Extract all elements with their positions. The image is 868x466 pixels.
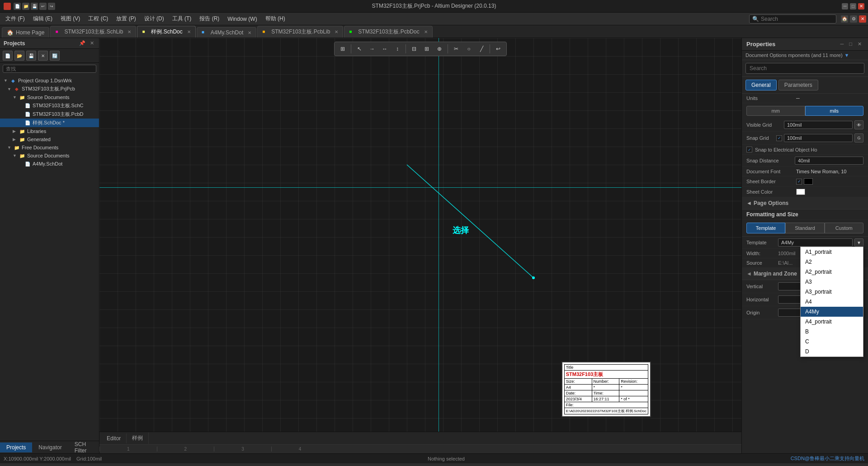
snap-grid-checkbox[interactable]: ✓ (776, 135, 782, 141)
menu-window[interactable]: Window (W) (224, 14, 260, 24)
resize-v-tool[interactable]: ↕ (392, 43, 403, 54)
tree-schematics-c[interactable]: ▶ 📄 STM32F103主板.SchC (0, 101, 99, 110)
close-pcbdoc-tab[interactable]: ✕ (424, 29, 428, 34)
filter-icon[interactable]: ▼ (844, 52, 849, 58)
dd-c[interactable]: C (801, 337, 863, 347)
tab-general[interactable]: General (745, 80, 777, 90)
tree-free-source-docs[interactable]: ▼ 📁 Source Documents (0, 152, 99, 160)
tree-free-docs[interactable]: ▼ 📁 Free Documents (0, 143, 99, 152)
lb-tab-sch-filter[interactable]: SCH Filter (68, 439, 99, 456)
menu-project[interactable]: 工程 (C) (85, 14, 112, 24)
open-project-btn[interactable]: 📂 (14, 51, 24, 61)
rp-expand-btn[interactable]: □ (847, 41, 854, 48)
close-menu-btn[interactable]: ✕ (859, 15, 866, 23)
new-project-btn[interactable]: 📄 (3, 51, 13, 61)
tab-pcbdoc[interactable]: ■ STM32F103主板.PcbDoc ✕ (344, 26, 432, 38)
close-schdoc-tab[interactable]: ✕ (187, 29, 191, 34)
minimize-button[interactable]: ─ (842, 3, 848, 10)
dd-a4-portrait[interactable]: A4_portrait (801, 317, 863, 327)
circle-tool[interactable]: ○ (463, 43, 474, 54)
format-template-btn[interactable]: Template (746, 223, 785, 233)
close-schdot-tab[interactable]: ✕ (248, 30, 251, 35)
rp-search-input[interactable] (745, 63, 864, 74)
menu-tools[interactable]: 工具 (T) (169, 14, 195, 24)
dd-a3[interactable]: A3 (801, 277, 863, 287)
close-project-btn[interactable]: ✕ (38, 51, 48, 61)
new-icon[interactable]: 📄 (14, 3, 21, 10)
dd-d[interactable]: D (801, 347, 863, 357)
tree-a4my-schdot[interactable]: ▶ 📄 A4My.SchDot (0, 160, 99, 168)
filter-tool[interactable]: ⊞ (337, 43, 348, 54)
example-tab[interactable]: 样例 (127, 433, 149, 444)
tab-schdot[interactable]: ■ A4My.SchDot ✕ (197, 27, 256, 38)
sheet-color-swatch[interactable] (796, 189, 805, 195)
rp-close-btn[interactable]: ✕ (856, 41, 863, 48)
menu-reports[interactable]: 报告 (R) (196, 14, 223, 24)
line-tool[interactable]: ╱ (476, 43, 487, 54)
dd-a4[interactable]: A4 (801, 297, 863, 307)
undo-icon[interactable]: ↩ (39, 3, 47, 10)
tree-project-group[interactable]: ▼ ◆ Project Group 1.DsnWrk (0, 76, 99, 85)
tree-source-docs[interactable]: ▼ 📁 Source Documents (0, 93, 99, 101)
snap-electrical-checkbox[interactable]: ✓ (746, 147, 752, 152)
close-button[interactable]: ✕ (858, 3, 864, 10)
split-h-tool[interactable]: ⊟ (409, 43, 420, 54)
tab-parameters[interactable]: Parameters (778, 80, 818, 90)
editor-tab[interactable]: Editor (101, 433, 127, 443)
refresh-btn[interactable]: 🔄 (50, 51, 60, 61)
tree-project[interactable]: ▼ ◆ STM32F103主板.PrjPcb (0, 85, 99, 93)
menu-design[interactable]: 设计 (D) (141, 14, 168, 24)
dd-a4my[interactable]: A4My (801, 307, 863, 317)
menu-view[interactable]: 视图 (V) (57, 14, 84, 24)
home-icon-btn[interactable]: 🏠 (841, 15, 848, 23)
select-tool[interactable]: ↖ (354, 43, 365, 54)
resize-h-tool[interactable]: ↔ (379, 43, 390, 54)
dd-a2-portrait[interactable]: A2_portrait (801, 267, 863, 277)
panel-close-btn[interactable]: ✕ (89, 40, 95, 47)
template-select[interactable]: A4My (778, 238, 853, 247)
tab-home[interactable]: 🏠 Home Page (2, 27, 49, 38)
undo-tool[interactable]: ↩ (493, 43, 504, 54)
dd-a1-portrait[interactable]: A1_portrait (801, 247, 863, 257)
dd-b[interactable]: B (801, 327, 863, 337)
sheet-border-checkbox[interactable]: ✓ (796, 179, 802, 185)
snap-distance-input[interactable] (795, 157, 863, 165)
tab-schdoc[interactable]: ■ 样例.SchDoc ✕ (137, 26, 195, 38)
sheet-border-color[interactable] (804, 178, 813, 185)
close-pcblib-tab[interactable]: ✕ (335, 29, 338, 34)
rp-pin-btn[interactable]: ─ (839, 41, 846, 48)
visible-grid-toggle-btn[interactable]: 👁 (854, 120, 863, 129)
dd-a3-portrait[interactable]: A3_portrait (801, 287, 863, 297)
maximize-button[interactable]: □ (850, 3, 856, 10)
menu-search-box[interactable]: 🔍 (749, 14, 836, 24)
left-search-input[interactable] (3, 65, 96, 73)
lb-tab-navigator[interactable]: Navigator (32, 442, 68, 452)
tab-schlib[interactable]: ■ STM32F103主板.SchLib ✕ (50, 26, 136, 38)
unit-mils-btn[interactable]: mils (805, 106, 864, 116)
visible-grid-input[interactable] (784, 121, 853, 129)
template-dropdown-btn[interactable]: ▼ (854, 238, 863, 247)
tree-example-schdoc[interactable]: ▶ 📄 样例.SchDoc * (0, 119, 99, 127)
menu-search-input[interactable] (761, 16, 833, 22)
format-standard-btn[interactable]: Standard (785, 223, 824, 233)
tab-pcblib[interactable]: ■ STM32F103主板.PcbLib ✕ (257, 26, 343, 38)
format-custom-btn[interactable]: Custom (825, 223, 863, 233)
open-icon[interactable]: 📁 (22, 3, 29, 10)
merge-tool[interactable]: ⊕ (434, 43, 445, 54)
panel-pin-btn[interactable]: 📌 (78, 40, 87, 47)
unit-mm-btn[interactable]: mm (746, 106, 805, 116)
snap-grid-input[interactable] (784, 134, 853, 142)
tree-pcb-d[interactable]: ▶ 📄 STM32F103主板.PcbD (0, 110, 99, 119)
settings-icon-btn[interactable]: ⚙ (850, 15, 857, 23)
close-schlib-tab[interactable]: ✕ (127, 29, 131, 34)
page-options-header[interactable]: ◄ Page Options (742, 197, 868, 209)
menu-file[interactable]: 文件 (F) (2, 14, 28, 24)
menu-place[interactable]: 放置 (P) (113, 14, 139, 24)
canvas-area[interactable]: ⊞ ↖ → ↔ ↕ ⊟ ⊞ ⊕ ✂ ○ ╱ ↩ 选择 (99, 38, 741, 453)
save-icon[interactable]: 💾 (31, 3, 38, 10)
dd-a2[interactable]: A2 (801, 257, 863, 267)
split-v-tool[interactable]: ⊞ (421, 43, 432, 54)
redo-icon[interactable]: ↪ (48, 3, 55, 10)
tree-generated[interactable]: ▶ 📁 Generated (0, 135, 99, 143)
arrow-tool[interactable]: → (367, 43, 377, 54)
